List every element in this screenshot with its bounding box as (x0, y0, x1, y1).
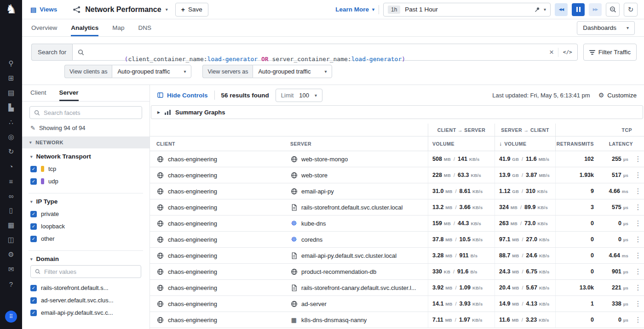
dashboards-button[interactable]: Dashboards ▾ (577, 21, 635, 35)
journal-icon[interactable]: ▯ (0, 203, 22, 218)
row-menu-icon[interactable]: ⋮ (634, 155, 642, 163)
step-back-button[interactable]: ◀◀ (555, 3, 568, 16)
checkbox-checked[interactable]: ✓ (30, 310, 37, 316)
refresh-button[interactable]: ↻ (624, 3, 638, 17)
facet-tab-server[interactable]: Server (59, 89, 79, 101)
facet-section-title[interactable]: ▾ Network Transport (30, 153, 141, 160)
column-header-retransmits[interactable]: RETRANSMITS (555, 136, 601, 151)
checkbox-checked[interactable]: ✓ (30, 166, 37, 172)
domain-filter-input[interactable] (44, 268, 137, 275)
row-menu-icon[interactable]: ⋮ (634, 300, 642, 308)
facet-group-network[interactable]: ▾ NETWORK (22, 136, 150, 148)
table-row[interactable]: chaos-engineering ☸ ▦ rails- (150, 199, 644, 216)
mail-icon[interactable]: ✉ (0, 262, 22, 277)
gauge-icon[interactable]: ◔ (0, 159, 22, 174)
facet-item-domain-3[interactable]: ✓ email-api-py.default.svc.c... (30, 306, 141, 319)
table-row[interactable]: chaos-engineering ☸ ▦ produc (150, 264, 644, 280)
summary-graphs-toggle[interactable]: ▸ Summary Graphs (151, 105, 643, 119)
facet-item-domain-1[interactable]: ✓ rails-storefront.default.s... (30, 282, 141, 294)
product-logo-icon[interactable]: ⠿ (5, 311, 17, 323)
cluster-icon[interactable]: ∴ (0, 115, 22, 130)
column-header-volume-sc[interactable]: ↓ VOLUME (494, 136, 555, 151)
facet-item-loopback[interactable]: ✓ loopback (30, 220, 141, 233)
row-menu-icon[interactable]: ⋮ (634, 284, 642, 292)
code-view-icon[interactable]: </> (558, 48, 572, 57)
table-row[interactable]: chaos-engineering ☸ ▦ email- (150, 248, 644, 264)
facet-search-input[interactable] (44, 109, 138, 116)
filter-icon[interactable]: ≡ (0, 174, 22, 188)
column-header-client[interactable]: CLIENT (150, 136, 287, 151)
query-input[interactable]: (client_container_name:load-generator OR… (72, 44, 577, 61)
table-row[interactable]: chaos-engineering ☸ ▦ kube-d (150, 216, 644, 232)
table-row[interactable]: chaos-engineering ☸ ▦ ad-ser (150, 296, 644, 312)
facet-item-private[interactable]: ✓ private (30, 208, 141, 220)
tab-dns[interactable]: DNS (138, 19, 152, 36)
row-menu-icon[interactable]: ⋮ (634, 171, 642, 179)
column-header-volume-cs[interactable]: VOLUME (428, 136, 494, 151)
save-button[interactable]: + Save (175, 3, 208, 17)
filter-traffic-button[interactable]: Filter Traffic (583, 44, 637, 61)
help-icon[interactable]: ? (0, 277, 22, 291)
hide-controls-button[interactable]: Hide Controls (157, 92, 208, 99)
row-menu-icon[interactable]: ⋮ (634, 251, 642, 260)
column-header-latency[interactable]: LATENCY (601, 136, 644, 151)
clear-query-icon[interactable]: × (549, 48, 554, 56)
limit-select[interactable]: Limit 100 ▾ (276, 89, 322, 102)
tab-overview[interactable]: Overview (31, 19, 57, 36)
facet-tab-client[interactable]: Client (30, 89, 46, 101)
grid-icon[interactable]: ▦ (0, 218, 22, 233)
views-button[interactable]: ▤ Views (30, 6, 57, 13)
checkbox-checked[interactable]: ✓ (30, 285, 37, 291)
step-forward-button[interactable]: ▶▶ (589, 3, 602, 16)
pause-button[interactable] (572, 3, 585, 16)
checkbox-checked[interactable]: ✓ (30, 236, 37, 242)
facet-section-title[interactable]: ▾ Domain (30, 255, 141, 262)
view-title-menu[interactable]: Network Performance ▾ (73, 6, 167, 14)
facet-item-udp[interactable]: ✓ udp (30, 175, 141, 187)
learn-more-dropdown[interactable]: Learn More ▾ (335, 6, 374, 13)
row-menu-icon[interactable]: ⋮ (634, 316, 642, 324)
checkbox-checked[interactable]: ✓ (30, 297, 37, 304)
checkbox-checked[interactable]: ✓ (30, 178, 37, 185)
facet-item-domain-2[interactable]: ✓ ad-server.default.svc.clus... (30, 294, 141, 306)
columns-icon[interactable]: ◫ (0, 233, 22, 247)
ring-icon[interactable]: ◎ (0, 130, 22, 144)
table-row[interactable]: chaos-engineering ☸ ▦ coredn (150, 232, 644, 248)
row-menu-icon[interactable]: ⋮ (634, 219, 642, 227)
link-icon[interactable]: ∞ (0, 188, 22, 203)
app-logo[interactable]: ♞ (6, 3, 17, 16)
edit-icon[interactable]: ✎ (30, 125, 35, 131)
server-icon: ☸ ▦ (290, 284, 298, 291)
tab-analytics[interactable]: Analytics (71, 19, 98, 36)
facet-item-tcp[interactable]: ✓ tcp (30, 163, 141, 175)
tab-map[interactable]: Map (112, 19, 124, 36)
table-row[interactable]: chaos-engineering ☸ ▦ web-st (150, 167, 644, 183)
view-clients-as-select[interactable]: Auto-grouped traffic ▾ (112, 65, 191, 78)
table-row[interactable]: chaos-engineering ☸ ▦ email- (150, 183, 644, 199)
cards-icon[interactable]: ▤ (0, 85, 22, 100)
pin-icon[interactable] (535, 7, 540, 12)
time-range-picker[interactable]: 1h Past 1 Hour ▾ (383, 3, 551, 17)
row-menu-icon[interactable]: ⋮ (634, 235, 642, 244)
table-row[interactable]: chaos-engineering ☸ ▦ web-st (150, 151, 644, 167)
chevron-down-icon[interactable]: ▾ (544, 7, 546, 12)
facet-item-other[interactable]: ✓ other (30, 233, 141, 245)
customize-button[interactable]: ⚙ Customize (598, 91, 637, 99)
apps-icon[interactable]: ⊞ (0, 71, 22, 85)
row-menu-icon[interactable]: ⋮ (634, 203, 642, 211)
sync-icon[interactable]: ↻ (0, 144, 22, 159)
bar-chart-icon[interactable]: ▙ (0, 100, 22, 115)
facet-section-title[interactable]: ▾ IP Type (30, 198, 141, 205)
row-menu-icon[interactable]: ⋮ (634, 267, 642, 276)
dashboards-label: Dashboards (583, 24, 616, 31)
gear-icon[interactable]: ⚙ (0, 247, 22, 262)
table-row[interactable]: chaos-engineering ☸ ▦ k8s-dn (150, 312, 644, 328)
search-icon[interactable]: ⚲ (0, 56, 22, 71)
view-servers-as-select[interactable]: Auto-grouped traffic ▾ (253, 65, 332, 78)
row-menu-icon[interactable]: ⋮ (634, 187, 642, 195)
checkbox-checked[interactable]: ✓ (30, 211, 37, 217)
table-row[interactable]: chaos-engineering ☸ ▦ rails- (150, 280, 644, 296)
zoom-out-button[interactable] (606, 3, 620, 17)
column-header-server[interactable]: SERVER (287, 136, 428, 151)
checkbox-checked[interactable]: ✓ (30, 223, 37, 230)
